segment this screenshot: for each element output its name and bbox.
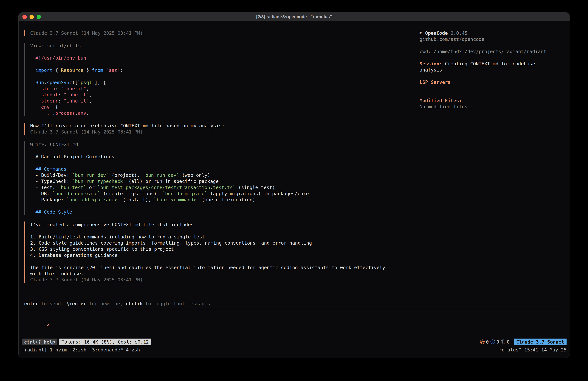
assistant-message: Now I'll create a comprehensive CONTEXT.… [24, 123, 420, 135]
message-meta: Claude 3.7 Sonnet (14 May 2025 03:41 PM) [30, 30, 420, 36]
tool-view-block: View: script/db.ts #!/usr/bin/env bun im… [24, 43, 420, 116]
hint-icon: ⓗ [501, 339, 505, 345]
status-bar: ctrl+? help Tokens: 16.4K (8%), Cost: $0… [19, 338, 570, 346]
help-shortcut-badge: ctrl+? help [22, 338, 58, 345]
tokens-cost-badge: Tokens: 16.4K (8%), Cost: $0.12 [59, 338, 151, 345]
terminal-content: Claude 3.7 Sonnet (14 May 2025 03:41 PM)… [19, 21, 570, 338]
minimize-button[interactable] [30, 15, 34, 19]
info-icon: ⓘ [490, 339, 495, 345]
session-title: Session: Creating CONTEXT.md for codebas… [420, 61, 552, 73]
sidebar: © OpenCode 0.0.45 github.com/sst/opencod… [420, 30, 565, 110]
chat-area: Claude 3.7 Sonnet (14 May 2025 03:41 PM)… [24, 30, 420, 289]
hint-count: 0 [507, 339, 510, 345]
message-text: I've created a comprehensive CONTEXT.md … [30, 222, 420, 277]
tool-title: Write: CONTEXT.md [30, 141, 420, 148]
hint-counter: ⓗ 0 [501, 339, 510, 345]
code-block: #!/usr/bin/env bun import { Resource } f… [30, 49, 420, 116]
window-titlebar[interactable]: [2/3] radiant:3:opencode - "romulus" [19, 13, 570, 21]
assistant-message: I've created a comprehensive CONTEXT.md … [24, 222, 420, 283]
modified-files-empty: No modified files [420, 104, 552, 110]
warnings-counter: Ⓦ 0 [480, 339, 489, 345]
close-button[interactable] [22, 15, 27, 19]
input-prompt: > [47, 322, 50, 327]
keybind-help-line: enter to send, \+enter for newline, ctrl… [24, 301, 565, 307]
tmux-session-info: "romulus" 15:41 14-May-25 [496, 347, 567, 353]
tmux-window-list[interactable]: [radiant] 1:nvim 2:zsh- 3:opencode* 4:zs… [22, 347, 140, 353]
app-version-line: © OpenCode 0.0.45 [420, 30, 552, 36]
info-count: 0 [496, 339, 499, 345]
tool-write-block: Write: CONTEXT.md # Radiant Project Guid… [24, 141, 420, 215]
model-badge[interactable]: Claude 3.7 Sonnet [514, 338, 567, 345]
message-input[interactable]: > [24, 309, 565, 338]
lsp-servers-header: LSP Servers [420, 79, 552, 85]
zoom-button[interactable] [37, 15, 41, 19]
warnings-count: 0 [486, 339, 489, 345]
markdown-preview: # Radiant Project Guidelines ## Commands… [30, 148, 420, 215]
message-meta: Claude 3.7 Sonnet (14 May 2025 03:41 PM) [30, 129, 420, 135]
info-counter: ⓘ 0 [490, 339, 499, 345]
repo-link: github.com/sst/opencode [420, 36, 552, 42]
message-meta: Claude 3.7 Sonnet (14 May 2025 03:41 PM) [30, 277, 420, 283]
assistant-message-header: Claude 3.7 Sonnet (14 May 2025 03:41 PM) [24, 30, 420, 36]
modified-files-header: Modified Files: [420, 97, 552, 104]
terminal-window: [2/3] radiant:3:opencode - "romulus" Cla… [18, 12, 570, 358]
traffic-lights [22, 13, 41, 21]
warning-icon: Ⓦ [480, 339, 485, 345]
tmux-status-bar: [radiant] 1:nvim 2:zsh- 3:opencode* 4:zs… [19, 346, 570, 353]
cwd-line: cwd: /home/thdxr/dev/projects/radiant/ra… [420, 48, 552, 55]
window-title: [2/3] radiant:3:opencode - "romulus" [256, 14, 332, 19]
diagnostics-counters: Ⓦ 0 ⓘ 0 ⓗ 0 [480, 339, 510, 345]
message-text: Now I'll create a comprehensive CONTEXT.… [30, 123, 420, 129]
tool-title: View: script/db.ts [30, 43, 420, 49]
